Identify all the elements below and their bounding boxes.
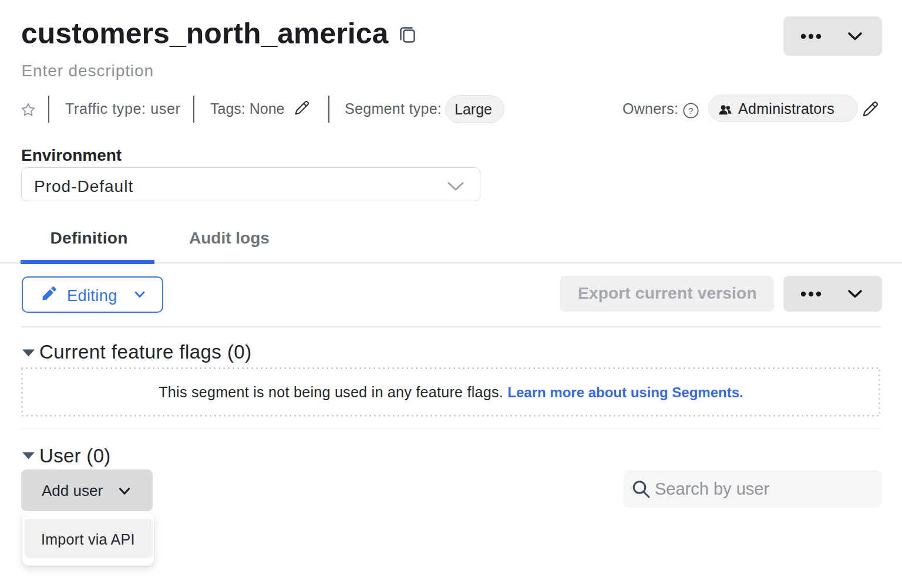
- svg-text:?: ?: [688, 106, 693, 116]
